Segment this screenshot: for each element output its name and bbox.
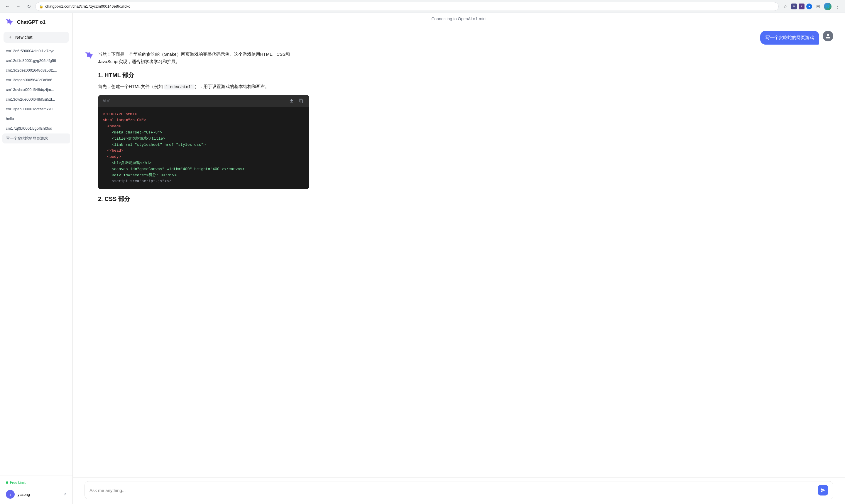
code-line: <html lang="zh-CN"> xyxy=(103,118,305,124)
extensions-button[interactable]: ⊞ xyxy=(814,2,822,11)
sidebar-item[interactable]: cm13otgeh0005648d3r6ld6... xyxy=(2,75,70,85)
chat-input[interactable] xyxy=(89,488,815,493)
code-lang-label: html xyxy=(103,99,111,103)
connecting-status: Connecting to OpenAI o1-mini xyxy=(431,16,486,21)
chatgpt-logo xyxy=(5,18,14,27)
code-line: <div id="score">得分: 0</div> xyxy=(103,173,305,179)
user-row-action: ↗ xyxy=(63,492,67,497)
section1-heading: 1. HTML 部分 xyxy=(98,71,309,79)
section1-text-after: ），用于设置游戏的基本结构和画布。 xyxy=(195,84,269,89)
code-line: <body> xyxy=(103,154,305,160)
free-limit-dot xyxy=(6,481,8,484)
extension-icon-3[interactable]: ● xyxy=(806,3,812,10)
code-block-actions xyxy=(288,97,305,105)
profile-icon[interactable]: 🌐 xyxy=(824,3,831,10)
bookmark-button[interactable]: ☆ xyxy=(781,2,789,11)
user-bubble: 写一个贪吃蛇的网页游戏 xyxy=(760,31,819,44)
sidebar-item[interactable]: cm13o2dez0001648d8z53t1... xyxy=(2,66,70,75)
section1-text-before: 首先，创建一个HTML文件（例如 xyxy=(98,84,164,89)
app-container: ChatGPT o1 + New chat cm12e6r590004din0l… xyxy=(0,13,845,504)
input-box xyxy=(85,481,833,499)
user-message: 写一个贪吃蛇的网页游戏 xyxy=(85,31,833,44)
user-name: yasong xyxy=(18,492,30,497)
back-button[interactable]: ← xyxy=(3,2,12,11)
user-avatar: y xyxy=(6,490,15,499)
sidebar-footer: Free Limit y yasong ↗ xyxy=(0,475,72,504)
code-line: <title>贪吃蛇游戏</title> xyxy=(103,136,305,142)
section1-text: 首先，创建一个HTML文件（例如 `index.html`），用于设置游戏的基本… xyxy=(98,83,309,90)
extension-icon-1[interactable]: N xyxy=(791,3,797,10)
code-content: <!DOCTYPE html><html lang="zh-CN"> <head… xyxy=(98,107,309,190)
code-line: <!DOCTYPE html> xyxy=(103,111,305,118)
free-limit-indicator: Free Limit xyxy=(3,479,69,486)
assistant-message: 当然！下面是一个简单的贪吃蛇（Snake）网页游戏的完整代码示例。这个游戏使用H… xyxy=(85,51,833,203)
copy-code-button[interactable] xyxy=(298,97,305,105)
code-line: <h1>贪吃蛇游戏</h1> xyxy=(103,160,305,166)
section2-heading: 2. CSS 部分 xyxy=(98,195,309,203)
sidebar-item[interactable]: cm17zj0bt0001lvgoffshf3od xyxy=(2,124,70,133)
browser-right-icons: ☆ N T ● ⊞ 🌐 ⋮ xyxy=(781,2,842,11)
code-line: <meta charset="UTF-8"> xyxy=(103,130,305,136)
main-area: Connecting to OpenAI o1-mini 写一个贪吃蛇的网页游戏 xyxy=(73,13,845,504)
user-row[interactable]: y yasong ↗ xyxy=(3,488,69,501)
forward-button[interactable]: → xyxy=(14,2,22,11)
user-icon xyxy=(823,31,833,41)
reload-button[interactable]: ↻ xyxy=(25,2,33,11)
lock-icon: 🔒 xyxy=(39,4,43,8)
sidebar-item[interactable]: cm12e6r590004din0l1vj7cyc xyxy=(2,46,70,55)
sidebar-nav: cm12e6r590004din0l1vj7cyccm12ei1o80001gy… xyxy=(0,45,72,475)
sidebar-title: ChatGPT o1 xyxy=(17,19,46,25)
send-button[interactable] xyxy=(818,485,828,496)
new-chat-button[interactable]: + New chat xyxy=(3,32,69,43)
new-chat-label: New chat xyxy=(15,35,32,40)
url-bar[interactable]: 🔒 chatgpt-o1.com/chat/cm17zyczm000146e8l… xyxy=(35,2,779,11)
browser-bar: ← → ↻ 🔒 chatgpt-o1.com/chat/cm17zyczm000… xyxy=(0,0,845,13)
sidebar-item[interactable]: 写一个贪吃蛇的网页游戏 xyxy=(2,133,70,143)
sidebar-item[interactable]: cm13ow2ue000l648d5si5zl... xyxy=(2,95,70,104)
sidebar-item[interactable]: cm13pabu00001ocfzamxk0... xyxy=(2,105,70,113)
chat-header: Connecting to OpenAI o1-mini xyxy=(73,13,845,25)
sidebar-item[interactable]: cm13ovhsx000d648dqzijm... xyxy=(2,85,70,94)
assistant-icon xyxy=(85,51,94,60)
code-line: <head> xyxy=(103,124,305,130)
extension-icon-2[interactable]: T xyxy=(799,3,805,10)
sidebar: ChatGPT o1 + New chat cm12e6r590004din0l… xyxy=(0,13,73,504)
download-code-button[interactable] xyxy=(288,97,295,105)
input-area xyxy=(73,477,845,504)
sidebar-header: ChatGPT o1 xyxy=(0,13,72,32)
assistant-intro-text: 当然！下面是一个简单的贪吃蛇（Snake）网页游戏的完整代码示例。这个游戏使用H… xyxy=(98,51,309,66)
inline-code-index: `index.html` xyxy=(164,85,195,89)
menu-button[interactable]: ⋮ xyxy=(833,2,842,11)
sidebar-item[interactable]: hello xyxy=(2,114,70,123)
code-block-html: html xyxy=(98,95,309,190)
code-line: <canvas id="gameCanvas" width="400" heig… xyxy=(103,166,305,173)
code-line: </head> xyxy=(103,148,305,154)
code-line: <script src="script.js"></ xyxy=(103,178,305,184)
free-limit-label: Free Limit xyxy=(10,481,25,485)
sidebar-item[interactable]: cm12ei1o80001gyg205t4fg59 xyxy=(2,56,70,65)
code-line: <link rel="stylesheet" href="styles.css"… xyxy=(103,142,305,148)
assistant-content: 当然！下面是一个简单的贪吃蛇（Snake）网页游戏的完整代码示例。这个游戏使用H… xyxy=(98,51,309,203)
code-block-header: html xyxy=(98,95,309,107)
plus-icon: + xyxy=(7,35,13,40)
url-text: chatgpt-o1.com/chat/cm17zyczm000146e8lxu… xyxy=(45,4,130,8)
chat-messages: 写一个贪吃蛇的网页游戏 当然！下面是一个简单的贪吃蛇（Snake）网页游戏的完整… xyxy=(73,25,845,477)
